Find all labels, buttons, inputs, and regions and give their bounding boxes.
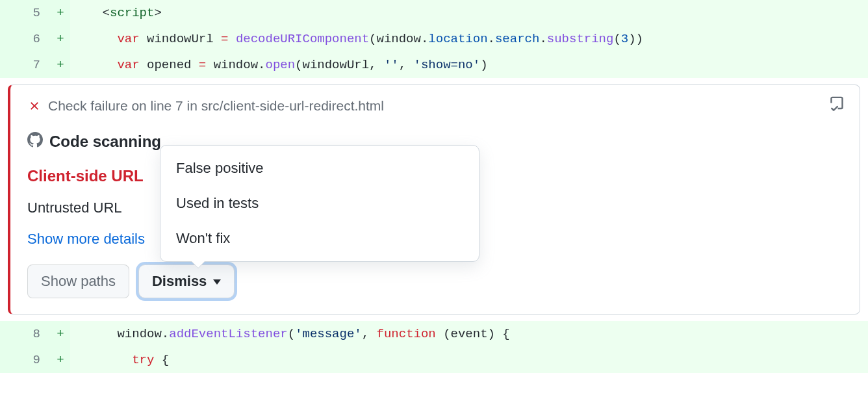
code-content[interactable]: var windowUrl = decodeURIComponent(windo… [70, 26, 868, 52]
diff-marker: + [51, 52, 70, 78]
diff-marker: + [51, 347, 70, 373]
line-number: 9 [0, 347, 51, 373]
failure-x-icon [27, 99, 42, 113]
diff-marker: + [51, 26, 70, 52]
line-number: 5 [0, 0, 51, 26]
diff-code-block: 5+ <script>6+ var windowUrl = decodeURIC… [0, 0, 868, 78]
line-number: 7 [0, 52, 51, 78]
diff-marker: + [51, 0, 70, 26]
diff-code-block-after: 8+ window.addEventListener('message', fu… [0, 321, 868, 373]
code-content[interactable]: var opened = window.open(windowUrl, '', … [70, 52, 868, 78]
diff-marker: + [51, 321, 70, 347]
code-line: 7+ var opened = window.open(windowUrl, '… [0, 52, 868, 78]
tasklist-icon[interactable] [828, 96, 845, 114]
dismiss-button-label: Dismiss [152, 273, 207, 290]
code-line: 5+ <script> [0, 0, 868, 26]
code-line: 6+ var windowUrl = decodeURIComponent(wi… [0, 26, 868, 52]
check-annotation: Check failure on line 7 in src/client-si… [8, 84, 860, 315]
line-number: 6 [0, 26, 51, 52]
code-content[interactable]: <script> [70, 0, 868, 26]
dismiss-option-false-positive[interactable]: False positive [160, 151, 479, 186]
show-more-details-link[interactable]: Show more details [27, 231, 145, 248]
caret-down-icon [213, 279, 221, 285]
github-icon [27, 132, 43, 151]
code-content[interactable]: try { [70, 347, 868, 373]
code-line: 9+ try { [0, 347, 868, 373]
dismiss-dropdown: False positive Used in tests Won't fix [160, 145, 479, 262]
line-number: 8 [0, 321, 51, 347]
dismiss-option-used-in-tests[interactable]: Used in tests [160, 186, 479, 221]
show-paths-button[interactable]: Show paths [27, 264, 129, 298]
dismiss-option-wont-fix[interactable]: Won't fix [160, 221, 479, 256]
code-content[interactable]: window.addEventListener('message', funct… [70, 321, 868, 347]
check-failure-text: Check failure on line 7 in src/client-si… [48, 98, 384, 114]
scanner-name: Code scanning [49, 133, 161, 151]
code-line: 8+ window.addEventListener('message', fu… [0, 321, 868, 347]
dismiss-button[interactable]: Dismiss [138, 264, 235, 298]
